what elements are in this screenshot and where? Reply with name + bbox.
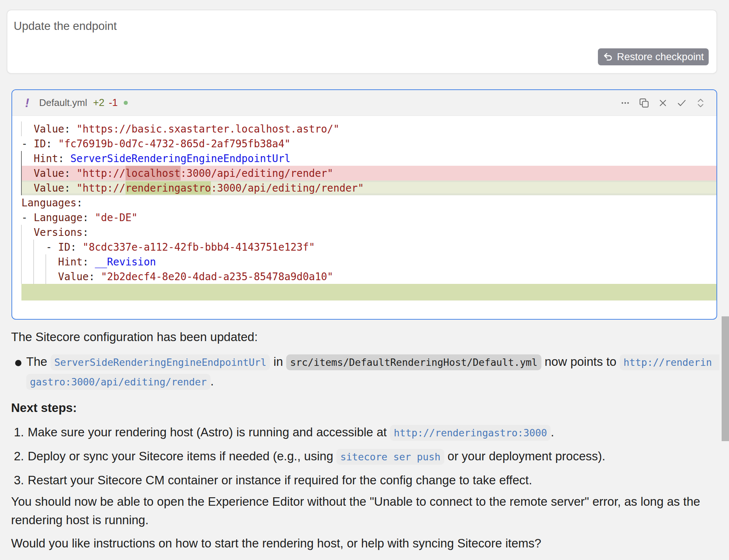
code-token-str: :3000/api/editing/render" [211, 182, 364, 194]
text-line: The Sitecore configuration has been upda… [11, 328, 718, 346]
code-line-added-empty [21, 284, 716, 300]
code-token-punc: : [70, 241, 76, 253]
code-token-punc: : [83, 256, 89, 268]
text-run: You should now be able to open the Exper… [11, 495, 700, 508]
code-token-plain [21, 152, 34, 164]
text-line: rendering host is running. [11, 511, 718, 529]
indent-guide [21, 225, 22, 240]
code-block-header: ! Default.yml +2 -1 [12, 90, 716, 116]
code-token-str: "8cdc337e-a112-42fb-bbb4-4143751e123f" [83, 241, 315, 253]
indent-guide [33, 240, 34, 254]
code-token-punc: - [21, 212, 34, 223]
indent-guide [33, 254, 34, 269]
code-token-punc: : [64, 123, 71, 135]
scrollbar-thumb[interactable] [722, 316, 729, 441]
inline-code-file-path[interactable]: src/items/DefaultRenderingHost/Default.y… [286, 354, 541, 370]
added-lines-count: +2 [93, 97, 105, 109]
list-item-number: 1. [11, 422, 24, 442]
code-token-punc: : [46, 138, 52, 150]
code-token-str: "2b2decf4-8e20-4dad-a235-85478a9d0a10" [101, 271, 333, 282]
more-actions-button[interactable] [620, 97, 631, 109]
response-numbered-list: 1.Make sure your rendering host (Astro) … [11, 422, 718, 490]
code-line: - ID: "fc76919b-0d7c-4732-865d-2af795fb3… [21, 136, 716, 151]
file-name[interactable]: Default.yml [39, 97, 87, 109]
inline-code: gastro:3000/api/editing/render [26, 374, 211, 390]
modified-dot-icon [124, 101, 128, 105]
indent-guide [21, 240, 22, 254]
code-token-punc: : [76, 197, 83, 209]
code-line: Value: "https://basic.sxastarter.localho… [21, 121, 716, 136]
restore-checkpoint-label: Restore checkpoint [617, 51, 704, 63]
code-line-removed: Value: "http://localhost:3000/api/editin… [21, 166, 716, 181]
discard-button[interactable] [657, 97, 668, 109]
code-token-str: "http:// [76, 167, 125, 179]
code-token-key: Languages [21, 197, 76, 209]
response-paragraph: You should now be able to open the Exper… [11, 492, 718, 529]
text-run: or your deployment process). [444, 449, 606, 463]
expand-button[interactable] [695, 97, 706, 109]
text-line: The ServerSideRenderingEngineEndpointUrl… [26, 352, 718, 371]
code-token-key: Hint [58, 256, 82, 268]
code-token-punc: - [46, 241, 58, 253]
code-token-str: "fc76919b-0d7c-4732-865d-2af795fb38a4" [58, 138, 290, 150]
code-token-punc: : [58, 152, 64, 164]
response-heading: Next steps: [11, 399, 718, 417]
check-icon [676, 97, 687, 109]
code-token-key: Hint [34, 152, 58, 164]
code-token-plain [21, 182, 34, 194]
code-token-key: Value [34, 182, 64, 194]
code-token-str: "http:// [76, 182, 125, 194]
code-line: - Language: "de-DE" [21, 210, 716, 225]
response-bullet-list: The ServerSideRenderingEngineEndpointUrl… [11, 352, 718, 391]
code-token-blue: __Revision [95, 256, 156, 268]
code-token-str: "https://basic.sxastarter.localhost.astr… [76, 123, 339, 135]
accept-button[interactable] [676, 97, 687, 109]
code-token-plain [89, 212, 95, 223]
undo-icon [603, 51, 614, 62]
text-line: You should now be able to open the Exper… [11, 492, 718, 511]
ellipsis-icon [620, 97, 631, 109]
code-token-plain [21, 226, 34, 238]
text-run: The Sitecore configuration has been upda… [11, 330, 258, 344]
indent-guide [21, 121, 22, 136]
code-block-actions [620, 97, 706, 109]
code-token-plain [21, 167, 34, 179]
list-item: 3.Restart your Sitecore CM container or … [11, 470, 718, 490]
inline-code: ServerSideRenderingEngineEndpointUrl [51, 354, 270, 370]
text-run: . [211, 374, 214, 388]
code-token-key: Language [34, 212, 82, 223]
code-token-plain [21, 123, 34, 135]
code-editor[interactable]: Value: "https://basic.sxastarter.localho… [12, 116, 716, 300]
chevron-up-down-icon [695, 97, 706, 109]
user-message-text: Update the endpoint [14, 20, 117, 33]
removed-lines-count: -1 [109, 97, 118, 109]
code-line-added: Value: "http://renderingastro:3000/api/e… [21, 181, 716, 195]
indent-guide [21, 181, 22, 195]
code-token-str: "de-DE" [95, 212, 138, 223]
code-line: Value: "2b2decf4-8e20-4dad-a235-85478a9d… [21, 269, 716, 284]
code-token-plain [95, 271, 101, 282]
text-run: Make sure your rendering host (Astro) is… [28, 425, 390, 439]
code-token-key: Value [58, 271, 89, 282]
indent-guide [33, 269, 34, 284]
code-line: - ID: "8cdc337e-a112-42fb-bbb4-4143751e1… [21, 240, 716, 254]
indent-guide [21, 254, 22, 269]
list-item: The ServerSideRenderingEngineEndpointUrl… [11, 352, 718, 391]
assistant-response: The Sitecore configuration has been upda… [11, 328, 718, 553]
inline-code: sitecore ser push [336, 449, 444, 465]
indent-guide [21, 166, 22, 181]
list-item-number: 3. [11, 470, 24, 490]
text-run: The [26, 355, 51, 368]
restore-checkpoint-button[interactable]: Restore checkpoint [598, 48, 709, 65]
text-run: Restart your Sitecore CM container or in… [28, 473, 532, 487]
code-token-key: Value [34, 167, 64, 179]
code-token-blue: ServerSideRenderingEngineEndpointUrl [70, 152, 290, 164]
copy-button[interactable] [639, 97, 650, 109]
text-line: Would you like instructions on how to st… [11, 534, 718, 553]
code-line: Languages: [21, 195, 716, 210]
indent-guide [45, 254, 46, 269]
close-icon [657, 97, 668, 109]
code-token-plain [70, 123, 76, 135]
code-token-plain [70, 167, 76, 179]
code-token-key: ID [58, 241, 70, 253]
